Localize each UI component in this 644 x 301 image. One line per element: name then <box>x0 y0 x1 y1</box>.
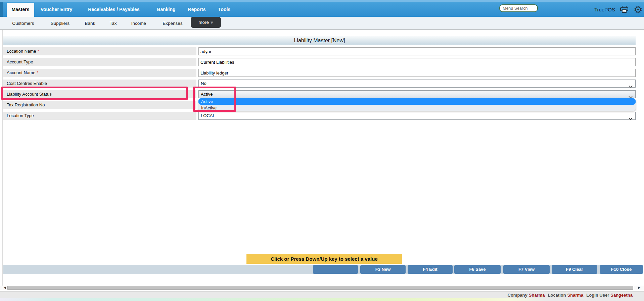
scrollbar-thumb[interactable] <box>7 286 633 290</box>
company-value: Sharma <box>529 293 545 298</box>
company-label: Company <box>508 293 527 298</box>
dropdown-option-active[interactable]: Active <box>198 98 636 105</box>
label-liability-account-status: Liability Account Status <box>3 90 196 98</box>
tab-masters[interactable]: Masters <box>7 3 34 17</box>
selection-hint-tooltip: Click or Press Down/Up key to select a v… <box>246 254 402 264</box>
brand-text: TruePOS <box>594 2 615 17</box>
account-type-input[interactable] <box>198 58 636 66</box>
tab-voucher-entry[interactable]: Voucher Entry <box>36 2 77 17</box>
f10-close-button[interactable]: F10 Close <box>600 265 643 274</box>
dropdown-option-inactive[interactable]: InActive <box>198 105 636 111</box>
f3-new-button[interactable]: F3 New <box>360 265 406 274</box>
blank-action-button[interactable] <box>313 265 358 274</box>
f7-view-button[interactable]: F7 View <box>503 265 550 274</box>
subnav-item-tax[interactable]: Tax <box>107 17 120 30</box>
chevron-down-icon <box>629 115 633 122</box>
f9-clear-button[interactable]: F9 Clear <box>552 265 597 274</box>
label-cost-centres-enable: Cost Centres Enable <box>3 80 196 88</box>
subnav-item-bank[interactable]: Bank <box>83 17 97 30</box>
location-value: Sharma <box>567 293 584 298</box>
settings-gear-icon[interactable]: ⚙︎ <box>634 2 643 17</box>
required-marker: * <box>37 70 38 75</box>
tab-tools[interactable]: Tools <box>216 2 232 17</box>
status-dropdown-list: Active InActive <box>198 98 636 111</box>
label-location-name: Location Name* <box>3 47 196 55</box>
location-name-input[interactable] <box>198 47 636 55</box>
label-tax-registration-no: Tax Registration No <box>3 101 196 109</box>
tab-reports[interactable]: Reports <box>186 2 208 17</box>
subnav-item-expenses[interactable]: Expenses <box>161 17 184 30</box>
top-edge-strip <box>0 0 644 2</box>
location-label: Location <box>548 293 566 298</box>
login-user-label: Login User <box>586 293 609 298</box>
scroll-left-arrow-icon[interactable]: ◀ <box>2 286 7 290</box>
footer-session-info: CompanySharmaLocationSharmaLogin UserSan… <box>508 292 633 299</box>
label-account-type: Account Type <box>3 58 196 66</box>
liability-account-status-select[interactable]: Active <box>198 90 636 98</box>
location-type-select[interactable]: LOCAL <box>198 112 636 120</box>
required-marker: * <box>37 49 39 54</box>
subnav-more-button[interactable]: more▼ <box>191 17 221 28</box>
page-title: Liability Master [New] <box>3 36 636 45</box>
subnav-item-income[interactable]: Income <box>129 17 148 30</box>
f6-save-button[interactable]: F6 Save <box>454 265 501 274</box>
print-icon[interactable] <box>620 5 629 15</box>
tab-receivables-payables[interactable]: Receivables / Payables <box>82 2 146 17</box>
more-label: more <box>198 20 209 25</box>
chevron-down-icon <box>629 83 633 90</box>
caret-down-icon: ▼ <box>211 21 213 24</box>
account-name-input[interactable] <box>198 69 636 77</box>
subnav-item-customers[interactable]: Customers <box>9 17 37 30</box>
label-account-name: Account Name* <box>3 69 196 77</box>
tab-banking[interactable]: Banking <box>154 2 179 17</box>
login-user-value: Sangeetha <box>610 293 633 298</box>
menu-search-input[interactable] <box>499 4 538 12</box>
label-location-type: Location Type <box>3 112 196 120</box>
subnav-item-suppliers[interactable]: Suppliers <box>47 17 73 30</box>
nav-left-edge <box>0 2 3 17</box>
cost-centres-enable-select[interactable]: No <box>198 80 636 88</box>
content-left-border <box>2 30 3 286</box>
f4-edit-button[interactable]: F4 Edit <box>408 265 453 274</box>
scroll-right-arrow-icon[interactable]: ▶ <box>637 286 642 290</box>
